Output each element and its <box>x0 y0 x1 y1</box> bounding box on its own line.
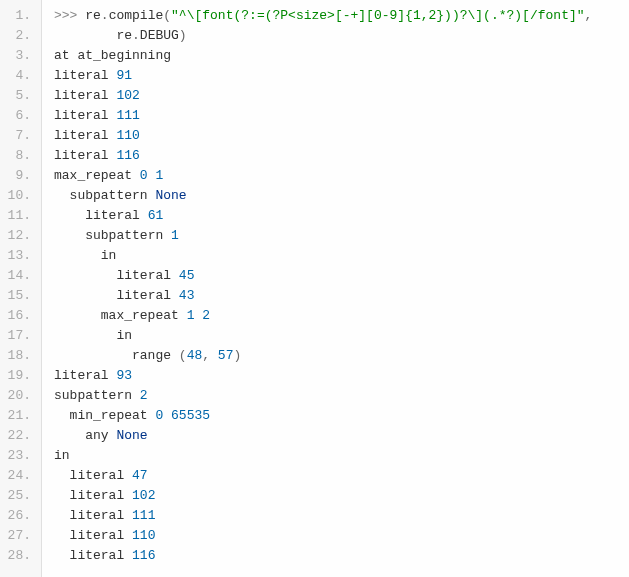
code-token: literal <box>54 68 116 83</box>
code-token: 65535 <box>171 408 210 423</box>
code-token: 45 <box>179 268 195 283</box>
line-number: 24. <box>0 466 41 486</box>
line-number: 17. <box>0 326 41 346</box>
code-line: literal 116 <box>54 146 629 166</box>
code-line: literal 47 <box>54 466 629 486</box>
code-token: 93 <box>116 368 132 383</box>
code-line: max_repeat 0 1 <box>54 166 629 186</box>
code-token: . <box>101 8 109 23</box>
code-line: literal 61 <box>54 206 629 226</box>
code-token: 2 <box>140 388 148 403</box>
code-line: literal 111 <box>54 506 629 526</box>
line-number: 1. <box>0 6 41 26</box>
code-token: subpattern <box>70 188 156 203</box>
code-token: at at_beginning <box>54 48 171 63</box>
code-token: subpattern <box>85 228 171 243</box>
code-token: 91 <box>116 68 132 83</box>
code-token: ( <box>179 348 187 363</box>
code-line: >>> re.compile("^\[font(?:=(?P<size>[-+]… <box>54 6 629 26</box>
code-token: subpattern <box>54 388 140 403</box>
code-token: literal <box>54 108 116 123</box>
code-token: 111 <box>132 508 155 523</box>
code-token: literal <box>70 508 132 523</box>
code-token: in <box>116 328 132 343</box>
code-token: literal <box>70 488 132 503</box>
code-token: ) <box>233 348 241 363</box>
code-token: 116 <box>132 548 155 563</box>
code-token: 61 <box>148 208 164 223</box>
line-number: 9. <box>0 166 41 186</box>
code-token: min_repeat <box>70 408 156 423</box>
line-number: 19. <box>0 366 41 386</box>
code-token: 1 <box>155 168 163 183</box>
code-line: any None <box>54 426 629 446</box>
code-line: literal 45 <box>54 266 629 286</box>
code-token: . <box>132 28 140 43</box>
code-line: literal 102 <box>54 486 629 506</box>
code-token: literal <box>116 288 178 303</box>
code-area: >>> re.compile("^\[font(?:=(?P<size>[-+]… <box>42 0 629 577</box>
code-line: min_repeat 0 65535 <box>54 406 629 426</box>
code-line: literal 111 <box>54 106 629 126</box>
code-token: >>> <box>54 8 85 23</box>
line-number: 5. <box>0 86 41 106</box>
code-token: literal <box>85 208 147 223</box>
code-token: literal <box>70 468 132 483</box>
code-token: re <box>116 28 132 43</box>
code-token: 0 <box>140 168 148 183</box>
line-number: 18. <box>0 346 41 366</box>
line-number: 22. <box>0 426 41 446</box>
code-token: 2 <box>202 308 210 323</box>
line-number: 3. <box>0 46 41 66</box>
code-line: literal 110 <box>54 126 629 146</box>
code-token: re <box>85 8 101 23</box>
code-token: in <box>54 448 70 463</box>
line-number-gutter: 1.2.3.4.5.6.7.8.9.10.11.12.13.14.15.16.1… <box>0 0 42 577</box>
code-token: ( <box>163 8 171 23</box>
code-token: 43 <box>179 288 195 303</box>
code-token: 102 <box>116 88 139 103</box>
code-line: re.DEBUG) <box>54 26 629 46</box>
code-token: , <box>585 8 593 23</box>
code-token: 116 <box>116 148 139 163</box>
code-token: None <box>155 188 186 203</box>
code-token: literal <box>116 268 178 283</box>
code-line: in <box>54 446 629 466</box>
code-line: literal 102 <box>54 86 629 106</box>
line-number: 16. <box>0 306 41 326</box>
code-token: any <box>85 428 116 443</box>
line-number: 28. <box>0 546 41 566</box>
code-token: 110 <box>132 528 155 543</box>
line-number: 15. <box>0 286 41 306</box>
code-token: None <box>116 428 147 443</box>
code-token: literal <box>54 368 116 383</box>
code-token: literal <box>70 548 132 563</box>
code-token: 57 <box>218 348 234 363</box>
code-line: literal 43 <box>54 286 629 306</box>
code-line: max_repeat 1 2 <box>54 306 629 326</box>
line-number: 10. <box>0 186 41 206</box>
line-number: 14. <box>0 266 41 286</box>
code-line: in <box>54 326 629 346</box>
line-number: 25. <box>0 486 41 506</box>
code-token: 47 <box>132 468 148 483</box>
line-number: 11. <box>0 206 41 226</box>
line-number: 6. <box>0 106 41 126</box>
code-line: subpattern None <box>54 186 629 206</box>
code-token: 1 <box>171 228 179 243</box>
line-number: 23. <box>0 446 41 466</box>
code-block: 1.2.3.4.5.6.7.8.9.10.11.12.13.14.15.16.1… <box>0 0 629 577</box>
code-token: literal <box>54 88 116 103</box>
code-token: compile <box>109 8 164 23</box>
line-number: 12. <box>0 226 41 246</box>
line-number: 13. <box>0 246 41 266</box>
code-line: literal 93 <box>54 366 629 386</box>
line-number: 20. <box>0 386 41 406</box>
code-line: literal 110 <box>54 526 629 546</box>
code-token: 102 <box>132 488 155 503</box>
code-line: subpattern 1 <box>54 226 629 246</box>
code-token: 110 <box>116 128 139 143</box>
line-number: 26. <box>0 506 41 526</box>
code-token: range <box>132 348 179 363</box>
code-line: range (48, 57) <box>54 346 629 366</box>
